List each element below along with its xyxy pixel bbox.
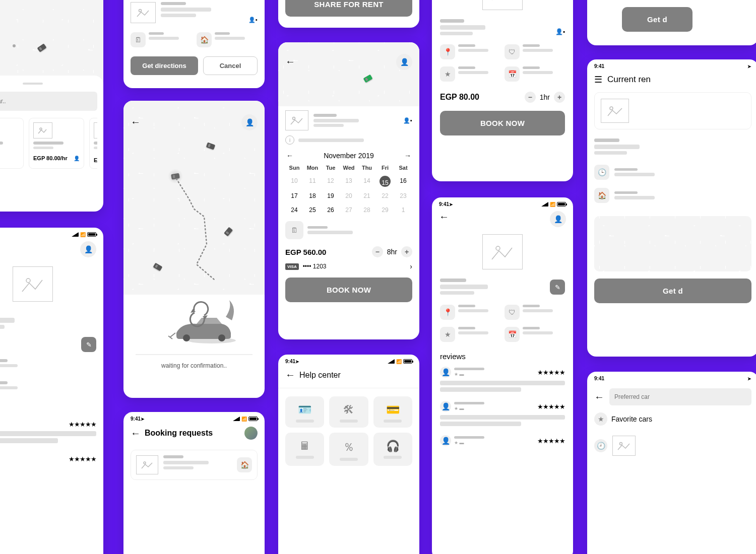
screen-map-waiting: 9:41➤ ← 👤 waiting for confirmation.. <box>123 101 265 398</box>
svg-point-15 <box>620 443 622 445</box>
profile-button[interactable]: 👤 <box>396 54 412 70</box>
favorite-chip[interactable]: Favorite cars <box>611 415 652 423</box>
image-placeholder <box>285 110 308 130</box>
preferred-car-input[interactable] <box>609 388 751 405</box>
search-input[interactable] <box>0 92 97 111</box>
screen-map-search: ar 👤 EGP 80.00/hr 👤 EGP 80. <box>0 0 103 212</box>
help-tile-support[interactable]: 🎧 <box>373 433 412 466</box>
garage-icon: 🏠 <box>237 457 252 472</box>
svg-point-7 <box>218 334 225 341</box>
user-icon: 👤▪ <box>403 117 412 124</box>
help-tile-calculator[interactable]: 🖩 <box>285 433 324 466</box>
map-preview[interactable] <box>594 216 751 271</box>
price: EGP 80.00 <box>440 93 479 102</box>
shield-icon: 🛡 <box>505 44 520 59</box>
svg-point-13 <box>496 246 500 250</box>
calendar-dow: SunMonTueWedThuFriSat <box>285 165 412 171</box>
car-icon <box>363 75 373 83</box>
calculator-icon: 🖩 <box>299 440 310 453</box>
svg-point-3 <box>26 279 30 283</box>
calendar-icon: 📅 <box>505 327 520 342</box>
car-card[interactable]: ar 👤 <box>0 118 24 169</box>
car-icon <box>37 43 47 52</box>
page-title: Help center <box>299 371 341 380</box>
status-time: 9:41 <box>594 376 604 381</box>
screen-detail-reviews-left: 👤 ✎ 🛡 📅 ws ★★★★★ ★★★★★ <box>0 228 103 554</box>
status-time: 9:41 <box>285 359 295 364</box>
card-mask: •••• 1203 <box>303 263 327 270</box>
back-button[interactable]: ← <box>131 428 141 439</box>
star-icon: ★ <box>440 327 455 342</box>
calendar-row[interactable]: 17181920212223 <box>285 189 412 203</box>
screen-get-directions-slice: Get d <box>587 0 756 45</box>
calendar-month: November 2019 <box>324 152 374 160</box>
edit-button[interactable]: ✎ <box>81 337 96 352</box>
avatar-icon: 👤 <box>440 367 451 378</box>
hours-value: 1hr <box>540 93 550 101</box>
back-button[interactable]: ← <box>285 56 295 67</box>
map-dot <box>13 44 16 47</box>
status-time: 9:41 <box>131 416 141 422</box>
book-now-button[interactable]: BOOK NOW <box>440 111 565 135</box>
calendar-icon: 📅 <box>505 66 520 82</box>
get-directions-button[interactable]: Get directions <box>131 56 198 75</box>
hours-value: 8hr <box>387 248 397 256</box>
hours-minus[interactable]: − <box>525 92 536 103</box>
image-placeholder <box>136 455 158 474</box>
image-placeholder <box>612 436 636 456</box>
svg-marker-8 <box>191 309 196 313</box>
hours-plus[interactable]: + <box>554 92 565 103</box>
get-directions-button[interactable]: Get d <box>622 7 692 32</box>
percent-icon: ％ <box>343 440 354 455</box>
waiting-illustration <box>151 293 237 348</box>
info-icon: i <box>285 135 294 145</box>
back-button[interactable]: ← <box>439 211 449 227</box>
hours-minus[interactable]: − <box>372 246 383 257</box>
car-image-placeholder <box>482 234 523 269</box>
svg-point-10 <box>144 462 146 464</box>
svg-point-11 <box>293 117 295 120</box>
get-directions-button[interactable]: Get d <box>594 279 751 303</box>
clock-icon: 🕒 <box>594 165 609 180</box>
book-now-button[interactable]: BOOK NOW <box>285 278 412 302</box>
credit-card-icon: 💳 <box>386 403 400 417</box>
screen-detail-reviews: 9:41➤ ← 👤 ✎ 📍 🛡 ★ 📅 reviews 👤★ ▬ <box>432 197 573 554</box>
screen-help-center: 9:41➤ ← Help center 🪪 🛠 💳 🖩 ％ 🎧 <box>278 355 419 554</box>
menu-button[interactable]: ☰ <box>594 74 602 85</box>
user-icon: 👤▪ <box>555 28 565 35</box>
svg-point-14 <box>610 107 613 110</box>
cancel-button[interactable]: Cancel <box>203 56 258 75</box>
back-button[interactable]: ← <box>594 391 604 403</box>
profile-button[interactable]: 👤 <box>550 211 566 227</box>
rating-stars: ★★★★★ <box>69 455 96 463</box>
shield-icon: 🛡 <box>505 305 520 320</box>
payment-row[interactable]: VISA •••• 1203 › <box>285 262 412 270</box>
avatar[interactable] <box>244 427 258 440</box>
help-tile-discount[interactable]: ％ <box>329 433 368 466</box>
edit-button[interactable]: ✎ <box>550 280 565 295</box>
location-icon: 📍 <box>440 305 455 320</box>
wrench-icon: 🛠 <box>343 403 354 417</box>
calendar-day-selected: 15 <box>380 176 391 187</box>
car-card[interactable]: EGP 80.00/hr 👤 <box>29 118 84 169</box>
total-price: EGP 560.00 <box>285 248 326 256</box>
calendar-next[interactable]: → <box>404 152 411 160</box>
car-image-placeholder <box>13 266 53 302</box>
calendar-row[interactable]: 10111213141516 <box>285 174 412 189</box>
screen-booking-requests: 9:41➤ ← Booking requests 🏠 <box>123 412 265 554</box>
garage-icon: 🏠 <box>594 188 609 203</box>
profile-button[interactable]: 👤 <box>80 241 96 257</box>
sheet-grabber[interactable] <box>23 83 43 85</box>
image-placeholder <box>131 2 156 23</box>
calendar-row[interactable]: 2425262728291 <box>285 203 412 217</box>
car-card[interactable]: EGP 80. <box>89 118 97 169</box>
calendar-prev[interactable]: ← <box>286 152 293 160</box>
status-time: 9:41 <box>594 63 604 69</box>
help-tile-license[interactable]: 🪪 <box>285 396 324 428</box>
share-rent-button[interactable]: SHARE FOR RENT <box>285 0 412 17</box>
back-button[interactable]: ← <box>285 369 295 381</box>
hours-plus[interactable]: + <box>401 246 412 257</box>
help-tile-maintenance[interactable]: 🛠 <box>329 396 368 428</box>
help-tile-payment[interactable]: 💳 <box>373 396 412 428</box>
car-image-placeholder <box>482 0 523 10</box>
